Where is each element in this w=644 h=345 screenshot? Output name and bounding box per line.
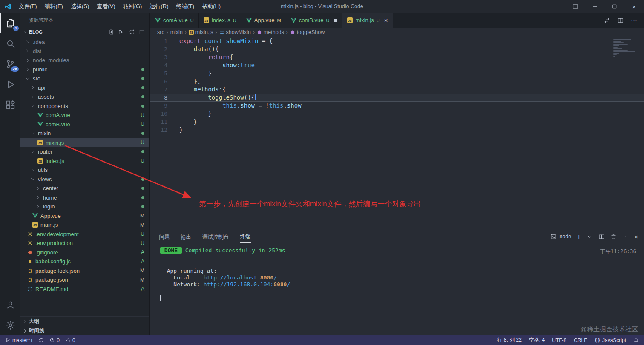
activity-explorer[interactable]: 1 — [0, 13, 20, 33]
tree-item[interactable]: README.mdA — [20, 285, 150, 294]
activity-accounts[interactable] — [0, 294, 20, 315]
code-line[interactable]: 8 toggleShow(){ — [150, 94, 644, 102]
code-line[interactable]: 9 this.show = !this.show — [150, 102, 644, 110]
tree-item[interactable]: mixin — [20, 129, 150, 138]
split-icon[interactable] — [617, 17, 624, 24]
activity-settings[interactable] — [0, 315, 20, 335]
code-line[interactable]: 6 }, — [150, 77, 644, 86]
new-terminal[interactable]: + — [577, 233, 581, 240]
close-icon[interactable]: × — [624, 0, 644, 13]
tree-item[interactable]: JSmain.jsM — [20, 220, 150, 230]
tree-item[interactable]: public — [20, 65, 150, 74]
close-tab-icon[interactable]: × — [384, 17, 388, 23]
open-changes-icon[interactable] — [604, 17, 610, 24]
tree-item[interactable]: {}package-lock.jsonM — [20, 266, 150, 276]
menu-item[interactable]: 终端(T) — [172, 0, 198, 13]
statusbar-eol[interactable]: CRLF — [574, 336, 587, 344]
editor-tab[interactable]: JSindex.jsU — [199, 13, 242, 28]
sidebar-section-timeline[interactable]: 时间线 — [20, 326, 150, 335]
panel-tab-item[interactable]: 问题 — [158, 231, 170, 243]
tree-item[interactable]: .idea — [20, 37, 150, 47]
editor-tab[interactable]: JSmixin.jsU× — [342, 13, 393, 28]
tree-item[interactable]: JSmixin.jsU — [20, 138, 150, 148]
menu-item[interactable]: 帮助(H) — [198, 0, 224, 13]
new-file-icon[interactable] — [108, 29, 115, 35]
tree-item[interactable]: JSindex.jsU — [20, 157, 150, 166]
new-folder-icon[interactable] — [118, 29, 125, 35]
editor-tab[interactable]: comB.vueU — [286, 13, 343, 28]
minimize-icon[interactable] — [585, 0, 605, 13]
collapse-icon[interactable] — [139, 29, 145, 35]
terminal-shell-select[interactable]: node — [550, 234, 571, 240]
breadcrumb-item[interactable]: toggleShow — [290, 29, 325, 35]
code-line[interactable]: 1export const showMixin = { — [150, 37, 644, 45]
menu-item[interactable]: 运行(R) — [146, 0, 172, 13]
tree-item[interactable]: views — [20, 175, 150, 184]
tree-item[interactable]: api — [20, 83, 150, 93]
tree-item[interactable]: router — [20, 147, 150, 157]
statusbar-language-mode[interactable]: {}JavaScript — [595, 336, 626, 344]
tree-item[interactable]: comB.vueU — [20, 120, 150, 129]
panel-tab-item[interactable]: 调试控制台 — [202, 231, 230, 243]
activity-source-control[interactable]: 28 — [0, 54, 20, 74]
menu-item[interactable]: 编辑(E) — [41, 0, 67, 13]
more-actions-icon[interactable]: ··· — [136, 16, 144, 24]
minimap[interactable] — [613, 39, 637, 57]
breadcrumb-item[interactable]: mixin — [170, 29, 183, 35]
menu-item[interactable]: 选择(S) — [67, 0, 93, 13]
statusbar-notifications[interactable] — [633, 336, 639, 344]
breadcrumb-item[interactable]: methods — [257, 29, 284, 35]
refresh-icon[interactable] — [129, 29, 135, 35]
code-line[interactable]: 10 } — [150, 110, 644, 118]
code-line[interactable]: 12} — [150, 126, 644, 134]
statusbar-cursor-position[interactable]: 行 8, 列 22 — [497, 336, 521, 344]
breadcrumb-item[interactable]: JSmixin.js — [189, 29, 213, 35]
tree-item[interactable]: components — [20, 102, 150, 111]
tree-item[interactable]: .env.productionU — [20, 239, 150, 248]
tree-item[interactable]: comA.vueU — [20, 111, 150, 120]
panel-tab-terminal-active[interactable]: 终端 — [240, 230, 251, 243]
maximize-panel[interactable] — [622, 234, 629, 240]
activity-extensions[interactable] — [0, 94, 20, 115]
tree-item[interactable]: .gitignoreA — [20, 248, 150, 257]
tree-item[interactable]: {}package.jsonM — [20, 275, 150, 285]
statusbar-git-branch[interactable]: master*+ — [5, 337, 33, 343]
tree-item[interactable]: utils — [20, 165, 150, 175]
terminal[interactable]: DONE Compiled successfully in 252ms App … — [150, 243, 644, 302]
tree-item[interactable]: login — [20, 202, 150, 211]
editor-tab[interactable]: App.vueM — [242, 13, 286, 28]
tree-item[interactable]: Bbabel.config.jsA — [20, 257, 150, 266]
close-panel[interactable]: × — [634, 234, 638, 240]
code-line[interactable]: 7 methods:{ — [150, 86, 644, 94]
statusbar-indentation[interactable]: 空格: 4 — [529, 336, 545, 344]
sidebar-section-outline[interactable]: 大纲 — [20, 316, 150, 326]
split-terminal[interactable] — [598, 234, 605, 240]
code-line[interactable]: 3 return{ — [150, 53, 644, 61]
code-line[interactable]: 2 data(){ — [150, 45, 644, 53]
tree-item[interactable]: dist — [20, 47, 150, 56]
menu-item[interactable]: 文件(F) — [15, 0, 41, 13]
code-line[interactable]: 4 show:true — [150, 61, 644, 69]
tree-item[interactable]: node_modules — [20, 56, 150, 65]
tree-item[interactable]: center — [20, 184, 150, 193]
tree-item[interactable]: .env.developmentU — [20, 230, 150, 239]
activity-search[interactable] — [0, 33, 20, 54]
statusbar-warnings[interactable]: 0 — [65, 337, 75, 343]
tree-item[interactable]: assets — [20, 92, 150, 102]
breadcrumb-item[interactable]: showMixin — [219, 29, 251, 35]
maximize-icon[interactable] — [605, 0, 624, 13]
tree-item[interactable]: home — [20, 193, 150, 202]
menu-item[interactable]: 转到(G) — [119, 0, 146, 13]
statusbar-encoding[interactable]: UTF-8 — [552, 336, 566, 344]
code-line[interactable]: 11 } — [150, 118, 644, 126]
tree-item[interactable]: App.vueM — [20, 211, 150, 221]
tree-item[interactable]: src — [20, 74, 150, 83]
kill-terminal[interactable] — [610, 234, 617, 240]
layout-icon[interactable] — [566, 0, 585, 13]
statusbar-errors[interactable]: 0 — [49, 337, 60, 343]
ellipsis-icon[interactable]: ··· — [631, 17, 637, 23]
editor-tab[interactable]: comA.vueU — [150, 13, 199, 28]
terminal-dropdown[interactable] — [586, 234, 593, 240]
project-section-header[interactable]: BLOG — [20, 27, 150, 37]
menu-item[interactable]: 查看(V) — [93, 0, 119, 13]
